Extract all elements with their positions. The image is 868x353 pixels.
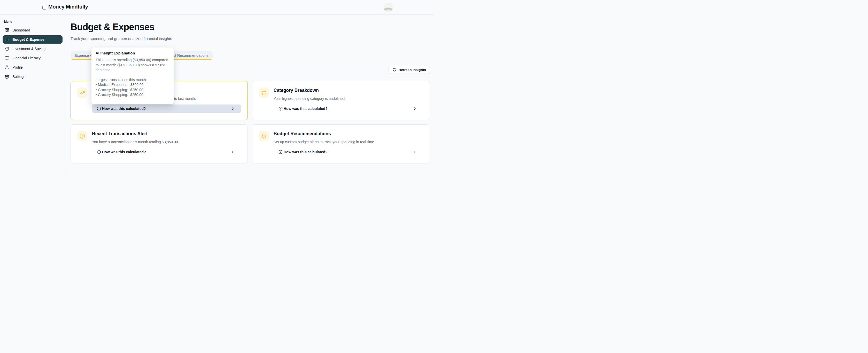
avatar[interactable] — [383, 2, 393, 12]
chevron-right-icon — [231, 150, 235, 154]
info-icon — [97, 107, 101, 111]
refresh-icon — [393, 68, 396, 72]
refresh-insights-button[interactable]: Refresh Insights — [389, 66, 430, 74]
card-title: Budget Recommendations — [274, 131, 331, 137]
repeat-icon — [259, 87, 269, 98]
sidebar-nav: Dashboard Budget & Expense Investment & … — [0, 26, 66, 82]
sidebar-item-financial-literacy[interactable]: Financial Literacy — [3, 54, 63, 62]
info-icon — [278, 150, 283, 154]
card-budget-recommendations: Budget Recommendations Set up custom bud… — [252, 125, 430, 163]
sidebar-item-investment-savings[interactable]: Investment & Savings — [3, 45, 63, 53]
card-description: to last month. — [174, 96, 196, 101]
tooltip-list-heading: Largest transactions this month: — [96, 77, 169, 82]
card-title: Recent Transactions Alert — [92, 131, 148, 137]
chevron-right-icon — [231, 107, 235, 111]
open-book-icon — [5, 56, 9, 60]
bell-icon — [259, 131, 269, 141]
sidebar: Menu Dashboard Budget & Expense Investme… — [0, 15, 66, 176]
alert-circle-icon — [77, 131, 87, 141]
how-calculated-button[interactable]: How was this calculated? — [92, 148, 241, 156]
how-calculated-button[interactable]: How was this calculated? — [92, 105, 241, 113]
panel-left-icon — [42, 5, 46, 10]
tooltip-paragraph: This month's spending ($3,850.00) compar… — [96, 58, 169, 73]
sidebar-item-budget-expense[interactable]: Budget & Expense — [3, 35, 63, 44]
bar-chart-icon — [5, 37, 9, 42]
how-calculated-button[interactable]: How was this calculated? — [273, 105, 423, 113]
tooltip-title: AI Insight Explanation — [96, 51, 169, 55]
sidebar-item-dashboard[interactable]: Dashboard — [3, 26, 63, 34]
sidebar-toggle-button[interactable] — [41, 4, 48, 11]
avatar-image — [383, 2, 393, 12]
chevron-right-icon — [413, 150, 417, 154]
chevron-right-icon — [413, 107, 417, 111]
card-description: Your highest spending category is undefi… — [274, 96, 346, 101]
app-title: Money Mindfully — [48, 4, 88, 10]
sidebar-item-profile[interactable]: Profile — [3, 63, 63, 71]
ai-insight-tooltip: AI Insight Explanation This month's spen… — [91, 47, 174, 104]
info-icon — [97, 150, 101, 154]
card-description: Set up custom budget alerts to track you… — [274, 139, 375, 144]
how-calculated-button[interactable]: How was this calculated? — [273, 148, 423, 156]
tooltip-list-item: •Grocery Shopping: -$250.00 — [96, 93, 169, 98]
page-subtitle: Track your spending and get personalized… — [70, 36, 172, 41]
card-category-breakdown: Category Breakdown Your highest spending… — [252, 81, 430, 120]
gear-icon — [5, 74, 9, 79]
dashboard-grid-icon — [5, 28, 9, 33]
card-description: You have 9 transactions this month total… — [92, 139, 179, 144]
piggy-bank-icon — [5, 46, 9, 51]
trending-up-icon — [77, 87, 87, 98]
app-header: Money Mindfully — [0, 0, 434, 15]
card-recent-transactions-alert: Recent Transactions Alert You have 9 tra… — [70, 125, 248, 163]
sidebar-item-settings[interactable]: Settings — [3, 72, 63, 81]
info-icon — [278, 107, 283, 111]
sidebar-section-label: Menu — [4, 20, 12, 24]
card-title: Category Breakdown — [274, 88, 319, 93]
page-title: Budget & Expenses — [70, 22, 154, 33]
user-icon — [5, 65, 9, 70]
tooltip-list-item: •Grocery Shopping: -$250.00 — [96, 87, 169, 93]
tooltip-list-item: •Medical Expenses: -$300.00 — [96, 82, 169, 87]
